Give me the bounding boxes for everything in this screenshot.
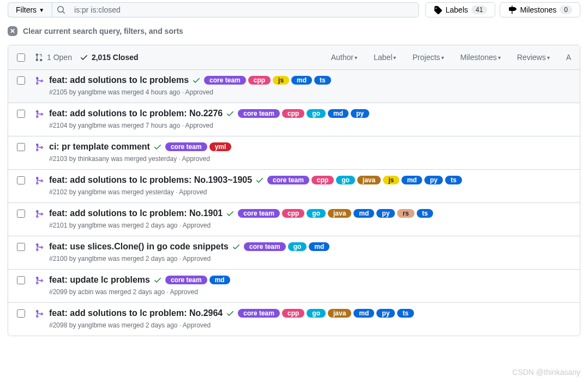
status-check-icon[interactable] <box>153 142 162 151</box>
status-check-icon[interactable] <box>232 242 241 251</box>
pr-label[interactable]: java <box>328 309 351 318</box>
pr-label[interactable]: go <box>307 109 326 118</box>
pr-label[interactable]: cpp <box>282 109 304 118</box>
pr-label[interactable]: java <box>357 176 381 184</box>
pr-label[interactable]: core team <box>244 242 286 251</box>
row-checkbox[interactable] <box>17 276 25 284</box>
status-check-icon[interactable] <box>226 109 235 118</box>
pr-label[interactable]: js <box>273 76 289 85</box>
labels-group: core teamcppjsmdts <box>204 76 331 85</box>
filter-projects[interactable]: Projects▾ <box>412 53 444 62</box>
search-input[interactable] <box>70 3 418 17</box>
pr-label[interactable]: ts <box>445 176 462 184</box>
pr-title-link[interactable]: feat: use slices.Clone() in go code snip… <box>49 242 229 252</box>
status-check-icon[interactable] <box>226 309 235 318</box>
filter-milestones[interactable]: Milestones▾ <box>460 53 501 62</box>
labels-group: core teamcppgojavajsmdpyts <box>267 176 462 184</box>
clear-search-button[interactable]: ✕ Clear current search query, filters, a… <box>8 26 580 36</box>
row-checkbox[interactable] <box>17 110 25 118</box>
pr-title-link[interactable]: ci: pr template comment <box>49 142 150 152</box>
pr-label[interactable]: py <box>376 309 395 318</box>
pr-label[interactable]: ts <box>417 209 434 218</box>
search-icon <box>52 3 70 17</box>
pr-label[interactable]: rs <box>397 209 414 218</box>
caret-down-icon: ▾ <box>498 55 501 61</box>
pr-meta: #2105 by yanglbme was merged 4 hours ago… <box>49 88 571 96</box>
pr-label[interactable]: md <box>353 309 374 318</box>
filter-reviews[interactable]: Reviews▾ <box>517 53 550 62</box>
pr-label[interactable]: go <box>307 309 326 318</box>
filter-a[interactable]: A <box>566 53 571 62</box>
pr-title-link[interactable]: feat: add solutions to lc problems <box>49 75 189 85</box>
row-checkbox[interactable] <box>17 176 25 184</box>
pr-label[interactable]: core team <box>204 76 246 85</box>
pr-label[interactable]: yml <box>209 142 232 151</box>
status-check-icon[interactable] <box>226 209 235 218</box>
pr-row: feat: update lc problemscore teammd#2099… <box>8 270 580 303</box>
pr-label[interactable]: core team <box>238 209 280 218</box>
header-filters: Author▾Label▾Projects▾Milestones▾Reviews… <box>331 53 571 62</box>
row-checkbox[interactable] <box>17 210 25 218</box>
filters-button[interactable]: Filters ▼ <box>8 2 52 17</box>
milestones-button[interactable]: Milestones 0 <box>500 2 580 17</box>
pr-label[interactable]: core team <box>165 142 207 151</box>
pr-label[interactable]: md <box>291 76 312 85</box>
pr-label[interactable]: py <box>424 176 443 184</box>
status-check-icon[interactable] <box>153 276 162 284</box>
caret-down-icon: ▾ <box>441 55 444 61</box>
pr-label[interactable]: go <box>307 209 326 218</box>
caret-down-icon: ▼ <box>39 7 44 13</box>
pr-label[interactable]: core team <box>238 109 280 118</box>
labels-group: core teammd <box>165 276 230 284</box>
filter-author[interactable]: Author▾ <box>331 53 357 62</box>
row-checkbox[interactable] <box>17 143 25 151</box>
pr-label[interactable]: md <box>309 242 329 251</box>
pr-label[interactable]: ts <box>314 76 331 85</box>
pr-row: feat: add solutions to lc problemscore t… <box>8 70 580 103</box>
caret-down-icon: ▾ <box>393 55 396 61</box>
pr-label[interactable]: java <box>328 209 351 218</box>
pr-label[interactable]: core team <box>267 176 309 184</box>
row-checkbox[interactable] <box>17 76 25 85</box>
pr-label[interactable]: core team <box>165 276 207 284</box>
pr-label[interactable]: cpp <box>311 176 334 184</box>
pr-label[interactable]: ts <box>397 309 414 318</box>
labels-button[interactable]: Labels 41 <box>425 2 496 17</box>
pr-label[interactable]: md <box>328 109 349 118</box>
pr-label[interactable]: core team <box>238 309 280 318</box>
row-checkbox[interactable] <box>17 243 25 251</box>
pr-label[interactable]: cpp <box>248 76 271 85</box>
pr-title-link[interactable]: feat: add solutions to lc problem: No.22… <box>49 109 223 118</box>
pr-label[interactable]: go <box>336 176 355 184</box>
merged-icon <box>35 110 44 129</box>
pr-label[interactable]: md <box>209 276 230 284</box>
pr-label[interactable]: go <box>288 242 307 251</box>
pr-title-link[interactable]: feat: add solutions to lc problem: No.19… <box>49 208 223 218</box>
filter-label[interactable]: Label▾ <box>374 53 396 62</box>
pr-label[interactable]: md <box>401 176 422 184</box>
closed-tab[interactable]: 2,015 Closed <box>80 53 139 62</box>
select-all-checkbox[interactable] <box>17 53 25 62</box>
caret-down-icon: ▾ <box>355 55 357 61</box>
pr-title-link[interactable]: feat: add solutions to lc problems: No.1… <box>49 175 252 185</box>
pr-meta: #2102 by yanglbme was merged yesterday ·… <box>49 188 571 196</box>
tag-icon <box>434 5 442 14</box>
pr-label[interactable]: cpp <box>282 309 304 318</box>
labels-group: core teamyml <box>165 142 231 151</box>
merged-icon <box>35 210 44 229</box>
pr-label[interactable]: cpp <box>282 209 304 218</box>
pr-title-link[interactable]: feat: add solutions to lc problem: No.29… <box>49 308 223 318</box>
pr-label[interactable]: py <box>376 209 395 218</box>
open-tab[interactable]: 1 Open <box>35 53 72 62</box>
closed-count: 2,015 Closed <box>92 53 139 62</box>
merged-icon <box>35 176 44 196</box>
row-checkbox[interactable] <box>17 309 25 318</box>
status-check-icon[interactable] <box>255 176 264 184</box>
pr-label[interactable]: py <box>351 109 369 118</box>
pr-label[interactable]: js <box>383 176 399 184</box>
status-check-icon[interactable] <box>192 76 201 85</box>
pr-label[interactable]: md <box>353 209 374 218</box>
close-icon: ✕ <box>8 26 17 36</box>
list-header: 1 Open 2,015 Closed Author▾Label▾Project… <box>8 45 580 70</box>
pr-title-link[interactable]: feat: update lc problems <box>49 275 150 285</box>
